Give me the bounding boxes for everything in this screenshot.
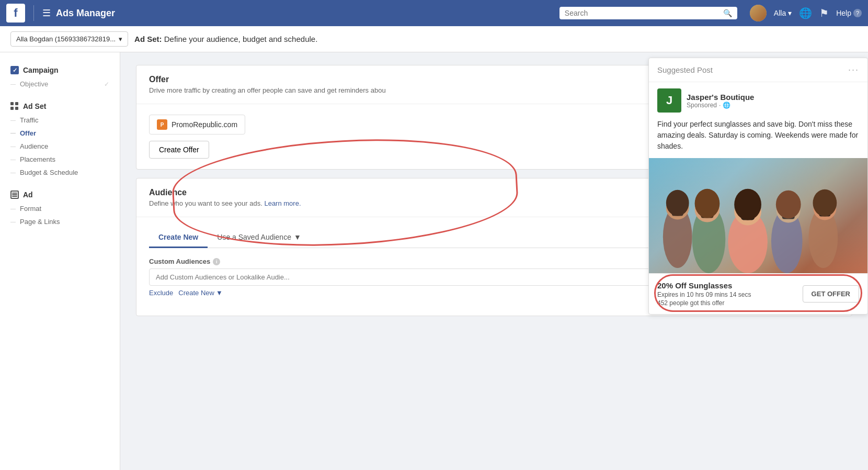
sidebar-item-traffic-label: Traffic: [20, 116, 38, 124]
sp-avatar: J: [657, 88, 681, 113]
globe-icon[interactable]: 🌐: [799, 7, 812, 19]
svg-point-3: [666, 190, 689, 216]
sidebar-item-offer-label: Offer: [20, 129, 36, 137]
user-name-label[interactable]: Alla ▾: [774, 9, 792, 17]
sidebar-adset-label: Ad Set: [23, 102, 46, 110]
sidebar-ad-label: Ad: [23, 191, 33, 199]
create-new-dropdown-icon: ▼: [216, 289, 223, 297]
main-layout: ✓ Campaign Objective ✓ Ad Set Traffic Of…: [0, 52, 868, 470]
sidebar-item-objective[interactable]: Objective ✓: [0, 77, 120, 91]
create-offer-button[interactable]: Create Offer: [149, 141, 209, 159]
create-new-link[interactable]: Create New ▼: [178, 289, 223, 297]
sidebar-item-format-label: Format: [20, 205, 41, 212]
sp-offer-got: 452 people got this offer: [657, 299, 751, 307]
svg-point-11: [734, 189, 761, 220]
sp-profile: J Jasper's Boutique Sponsored · 🌐: [649, 82, 867, 119]
sp-business-info: Jasper's Boutique Sponsored · 🌐: [687, 93, 754, 109]
sidebar-item-traffic[interactable]: Traffic: [0, 114, 120, 127]
learn-more-link[interactable]: Learn more.: [264, 199, 301, 207]
sidebar-ad-header: Ad: [0, 187, 120, 202]
sp-offer-title: 20% Off Sunglasses: [657, 281, 751, 290]
promo-republic-label: PromoRepublic.com: [172, 120, 237, 129]
sidebar-item-offer[interactable]: Offer: [0, 127, 120, 140]
sidebar-campaign-section: ✓ Campaign Objective ✓: [0, 63, 120, 91]
sp-globe-icon: 🌐: [723, 102, 730, 109]
search-input[interactable]: [565, 9, 720, 17]
sp-offer-footer: 20% Off Sunglasses Expires in 10 hrs 09 …: [649, 273, 867, 314]
sidebar-item-page-links-label: Page & Links: [20, 218, 60, 226]
page-heading: Ad Set: Define your audience, budget and…: [134, 35, 317, 43]
suggested-post-panel: Suggested Post ··· J Jasper's Boutique S…: [648, 58, 868, 315]
dropdown-icon: ▾: [119, 35, 122, 43]
sp-image-svg: [649, 174, 867, 273]
sp-title: Suggested Post: [657, 65, 713, 74]
sp-sponsored-label: Sponsored · 🌐: [687, 102, 754, 109]
app-title: Ads Manager: [56, 8, 115, 19]
sp-post-image: [649, 158, 867, 273]
sp-dot-separator: ·: [719, 102, 721, 109]
flag-icon[interactable]: ⚑: [819, 7, 829, 19]
adset-grid-icon: [10, 102, 19, 110]
tab-saved-audience[interactable]: Use a Saved Audience ▼: [208, 228, 311, 248]
sp-offer-footer-container: 20% Off Sunglasses Expires in 10 hrs 09 …: [649, 273, 867, 314]
sidebar-campaign-header: ✓ Campaign: [0, 63, 120, 77]
sidebar-item-placements-label: Placements: [20, 155, 55, 163]
sp-post-text: Find your perfect sunglasses and save bi…: [649, 119, 867, 158]
sp-offer-expires: Expires in 10 hrs 09 mins 14 secs: [657, 291, 751, 298]
sidebar-item-budget-schedule-label: Budget & Schedule: [20, 169, 78, 176]
account-selector[interactable]: Alla Bogdan (15693386732819... ▾: [10, 31, 128, 47]
top-navigation: f ☰ Ads Manager 🔍 Alla ▾ 🌐 ⚑ Help ?: [0, 0, 868, 26]
subheader: Alla Bogdan (15693386732819... ▾ Ad Set:…: [0, 26, 868, 52]
search-icon: 🔍: [723, 9, 732, 17]
exclude-link[interactable]: Exclude: [149, 289, 173, 297]
topnav-right-controls: Alla ▾ 🌐 ⚑ Help ?: [750, 5, 862, 21]
tab-saved-dropdown-icon: ▼: [294, 233, 301, 241]
sp-business-name: Jasper's Boutique: [687, 93, 754, 102]
promo-republic-icon: P: [157, 119, 167, 130]
content-area: Offer Drive more traffic by creating an …: [120, 52, 868, 470]
sidebar-item-audience-label: Audience: [20, 142, 48, 150]
objective-check-icon: ✓: [104, 81, 109, 88]
campaign-checkbox-icon: ✓: [10, 66, 19, 74]
sidebar-campaign-label: Campaign: [23, 66, 59, 74]
sidebar-item-audience[interactable]: Audience: [0, 140, 120, 153]
sp-header: Suggested Post ···: [649, 58, 867, 82]
custom-audiences-info-icon[interactable]: i: [213, 258, 220, 265]
help-button[interactable]: Help ?: [836, 9, 862, 17]
sidebar: ✓ Campaign Objective ✓ Ad Set Traffic Of…: [0, 52, 120, 470]
svg-point-15: [776, 191, 801, 219]
ad-icon: [10, 191, 19, 199]
sidebar-item-placements[interactable]: Placements: [0, 153, 120, 166]
help-question-icon: ?: [853, 9, 862, 17]
sp-offer-info: 20% Off Sunglasses Expires in 10 hrs 09 …: [657, 281, 751, 307]
sidebar-item-objective-label: Objective: [20, 80, 48, 88]
svg-point-19: [813, 189, 837, 217]
svg-point-7: [695, 189, 720, 218]
promo-republic-button[interactable]: P PromoRepublic.com: [149, 115, 245, 135]
get-offer-button[interactable]: GET OFFER: [803, 285, 859, 303]
nav-divider: [33, 5, 34, 21]
hamburger-menu-icon[interactable]: ☰: [42, 7, 51, 19]
search-bar: 🔍: [559, 7, 737, 19]
sidebar-adset-section: Ad Set Traffic Offer Audience Placements…: [0, 99, 120, 179]
avatar[interactable]: [750, 5, 767, 21]
sidebar-adset-header: Ad Set: [0, 99, 120, 114]
tab-create-new[interactable]: Create New: [149, 228, 208, 248]
facebook-logo: f: [6, 4, 25, 23]
sidebar-item-format[interactable]: Format: [0, 202, 120, 215]
sidebar-ad-section: Ad Format Page & Links: [0, 187, 120, 228]
sidebar-item-page-links[interactable]: Page & Links: [0, 215, 120, 228]
sidebar-item-budget-schedule[interactable]: Budget & Schedule: [0, 166, 120, 179]
sp-more-options[interactable]: ···: [848, 64, 859, 75]
